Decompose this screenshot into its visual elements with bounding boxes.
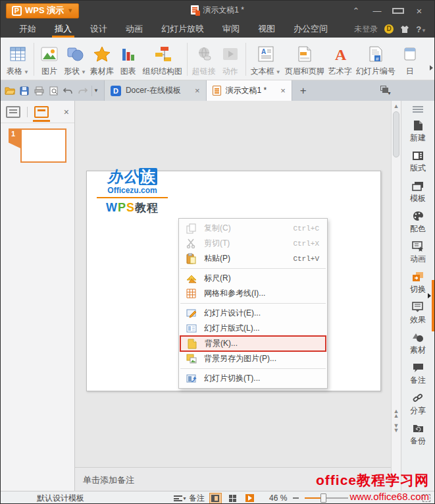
- zoom-slider-handle[interactable]: [320, 493, 326, 503]
- print-icon[interactable]: [34, 86, 44, 96]
- org-chart-button[interactable]: 组织结构图: [141, 40, 184, 78]
- save-icon[interactable]: [19, 86, 30, 96]
- sidebar-item-color-scheme[interactable]: 配色: [410, 210, 426, 235]
- sidebar-item-template[interactable]: 模板: [410, 180, 426, 204]
- undo-icon[interactable]: [63, 86, 73, 96]
- zoom-out-button[interactable]: [293, 497, 299, 499]
- slide-canvas[interactable]: 办公族 Officezu.com WPS教程 复制(C) Ctrl+C 剪切(T…: [75, 101, 391, 491]
- slide-sorter-view-button[interactable]: [226, 493, 239, 504]
- close-panel-icon[interactable]: ×: [64, 107, 69, 117]
- sidebar-item-effects[interactable]: 效果: [410, 301, 426, 325]
- scrollbar-thumb[interactable]: [393, 111, 399, 157]
- menu-view[interactable]: 视图: [249, 20, 284, 38]
- menu-animation[interactable]: 动画: [116, 20, 152, 38]
- scroll-up-arrow[interactable]: ▲: [392, 103, 401, 109]
- menu-review[interactable]: 审阅: [213, 20, 249, 38]
- points-icon[interactable]: D: [384, 24, 394, 34]
- play-icon: [245, 494, 254, 502]
- tab-presentation1[interactable]: 演示文稿1 * ×: [207, 80, 292, 101]
- zoom-slider[interactable]: [305, 497, 348, 499]
- menu-slideshow[interactable]: 幻灯片放映: [152, 20, 213, 38]
- redo-icon[interactable]: [77, 86, 88, 96]
- sidebar-item-new[interactable]: 新建: [410, 119, 426, 144]
- maximize-button[interactable]: [392, 6, 404, 16]
- sidebar-item-backup[interactable]: 备份: [410, 422, 426, 447]
- new-tab-button[interactable]: +: [292, 80, 315, 101]
- date-time-button-clipped[interactable]: 日: [397, 40, 422, 78]
- slide-number-button[interactable]: # 幻灯片编号: [354, 40, 397, 78]
- sidebar-item-share[interactable]: 分享: [410, 392, 426, 416]
- document-tab-bar: ▼ D Docer-在线模板 × 演示文稿1 * × + ▼: [1, 80, 434, 101]
- close-tab-icon[interactable]: ×: [271, 86, 286, 96]
- fit-to-window-icon[interactable]: [422, 494, 430, 502]
- notes-pane[interactable]: 单击添加备注: [75, 467, 391, 491]
- sidebar-item-notes[interactable]: 备注: [410, 362, 426, 386]
- right-sidebar: 新建 版式 模板 配色 动画 切换 效果 素材: [401, 101, 434, 491]
- menu-insert[interactable]: 插入: [45, 20, 81, 38]
- menu-item-ruler[interactable]: 标尺(R): [179, 271, 327, 286]
- help-button[interactable]: ?▼: [416, 24, 426, 34]
- menu-item-background[interactable]: 背景(K)...: [180, 335, 326, 352]
- minimize-button[interactable]: —: [371, 6, 383, 16]
- docer-icon: D: [111, 86, 121, 96]
- animation-icon: [411, 240, 424, 252]
- insert-shapes-button[interactable]: 形状▼: [62, 40, 88, 78]
- menu-item-slide-design[interactable]: 幻灯片设计(E)...: [179, 306, 327, 321]
- menu-item-slide-layout[interactable]: 幻灯片版式(L)...: [179, 321, 327, 336]
- insert-chart-button[interactable]: 图表: [116, 40, 141, 78]
- sidebar-item-materials[interactable]: 素材: [410, 331, 426, 356]
- menu-design[interactable]: 设计: [81, 20, 116, 38]
- header-footer-button[interactable]: 页眉和页脚: [283, 40, 326, 78]
- backup-icon: [411, 422, 424, 434]
- close-tab-icon[interactable]: ×: [186, 86, 200, 96]
- collapse-ribbon-button[interactable]: ⌃: [350, 6, 362, 16]
- layout-icon: [411, 150, 424, 161]
- tab-docer-templates[interactable]: D Docer-在线模板 ×: [104, 80, 207, 101]
- quick-access-dropdown[interactable]: ▼: [91, 86, 100, 96]
- normal-view-button[interactable]: [209, 493, 222, 504]
- menu-item-grid-guides[interactable]: 网格和参考线(I)...: [179, 286, 327, 301]
- notes-toggle[interactable]: ▼ 备注: [174, 493, 205, 504]
- next-slide-button[interactable]: ▼▼: [392, 424, 401, 433]
- design-template-label[interactable]: 默认设计模板: [37, 493, 84, 504]
- insert-picture-button[interactable]: 图片: [37, 40, 62, 78]
- text-box-button[interactable]: A 文本框▼: [249, 40, 283, 78]
- menu-office-space[interactable]: 办公空间: [284, 20, 337, 38]
- action-button: 动作: [218, 40, 243, 78]
- window-controls: ⌃ — ×: [350, 5, 434, 16]
- menu-item-cut: 剪切(T) Ctrl+X: [179, 236, 327, 251]
- menu-item-paste[interactable]: 粘贴(P) Ctrl+V: [179, 251, 327, 266]
- sidebar-collapse-arrow[interactable]: [428, 293, 431, 298]
- org-chart-icon: [154, 44, 171, 64]
- slide-thumbnail-image: [20, 128, 66, 163]
- slides-view-tab-icon[interactable]: [34, 106, 49, 118]
- menu-item-slide-transition[interactable]: 幻灯片切换(T)...: [179, 371, 327, 386]
- sidebar-active-indicator: [432, 280, 434, 331]
- materials-icon: [411, 331, 424, 343]
- sidebar-menu-icon[interactable]: [413, 106, 423, 113]
- menu-item-save-background-as-picture[interactable]: 背景另存为图片(P)...: [179, 351, 327, 366]
- sidebar-item-layout[interactable]: 版式: [410, 150, 426, 174]
- ribbon-overflow-arrow[interactable]: [430, 65, 433, 70]
- outline-view-tab-icon[interactable]: [6, 106, 20, 118]
- print-preview-icon[interactable]: [48, 86, 59, 96]
- grid-icon: [186, 288, 197, 299]
- sidebar-item-transition[interactable]: 切换: [410, 271, 426, 295]
- login-button[interactable]: 未登录: [354, 24, 378, 35]
- slide-number-icon: #: [369, 44, 382, 64]
- menu-home[interactable]: 开始: [10, 20, 45, 38]
- insert-table-button[interactable]: 表格▼: [5, 40, 31, 78]
- slideshow-button[interactable]: [243, 493, 256, 504]
- open-file-icon[interactable]: [5, 86, 15, 96]
- tab-list-button[interactable]: ▼: [380, 86, 391, 95]
- canvas-scrollbar[interactable]: ▲ ▲▲ ▼▼: [391, 101, 401, 491]
- material-library-button[interactable]: 素材库: [88, 40, 116, 78]
- chevron-down-icon: ▼: [182, 496, 187, 501]
- skin-icon[interactable]: [400, 25, 409, 34]
- close-button[interactable]: ×: [413, 5, 425, 16]
- sidebar-item-animation[interactable]: 动画: [410, 240, 426, 265]
- slide-thumbnail-1[interactable]: 1: [9, 128, 66, 163]
- wordart-button[interactable]: A 艺术字: [326, 40, 354, 78]
- previous-slide-button[interactable]: ▲▲: [392, 409, 401, 418]
- workspace: × 1 办公族 Officezu.com WPS教程 复制(C) Ctrl+C …: [1, 101, 434, 491]
